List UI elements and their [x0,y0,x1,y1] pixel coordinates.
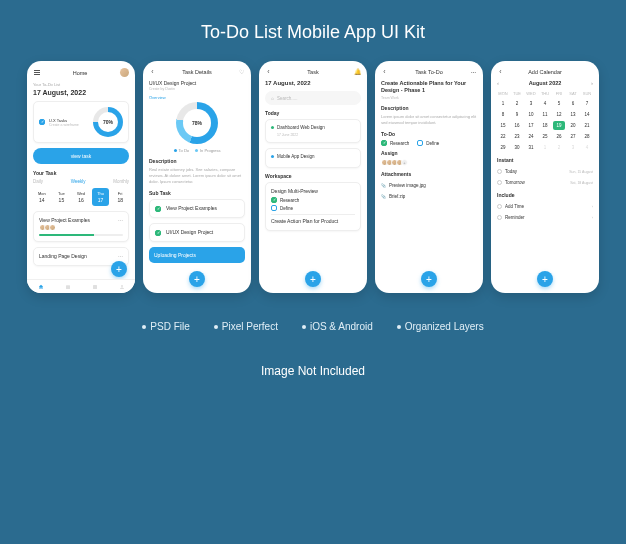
more-icon[interactable]: ⋯ [118,253,123,260]
cal-cell[interactable]: 10 [525,110,537,119]
cal-cell[interactable]: 1 [497,99,509,108]
cal-cell[interactable]: 12 [553,110,565,119]
more-icon[interactable]: ⋯ [470,68,477,75]
nav-calendar-icon[interactable] [65,284,71,290]
cal-cell[interactable]: 28 [581,132,593,141]
checkbox-icon[interactable] [39,119,45,125]
avatar[interactable] [120,68,129,77]
fab-add-button[interactable]: + [421,271,437,287]
task-item[interactable]: Dashboard Web Design 17 June 2022 [265,119,361,143]
workspace-card[interactable]: Design Multi-Preview Research Define Cre… [265,182,361,231]
cal-cell[interactable]: 16 [511,121,523,130]
bell-icon[interactable]: 🔔 [354,68,361,75]
cal-cell[interactable]: 8 [497,110,509,119]
checkbox-icon[interactable] [155,230,161,236]
search-input[interactable]: Search..... [265,91,361,105]
back-icon[interactable]: ‹ [149,68,156,75]
legend: To Do In Progress [149,148,245,153]
checkbox-icon[interactable] [271,197,277,203]
uploading-item[interactable]: Uploading Projects [149,247,245,263]
checkbox-icon[interactable] [155,206,161,212]
subtask-item[interactable]: View Project Examples [149,199,245,218]
instant-today[interactable]: TodaySun, 15 August [497,166,593,177]
cal-cell[interactable]: 22 [497,132,509,141]
back-icon[interactable]: ‹ [381,68,388,75]
checkbox-icon[interactable] [417,140,423,146]
tab-monthly[interactable]: Monthly [113,179,129,184]
checkbox-icon[interactable] [271,205,277,211]
task-item[interactable]: Mobile App Design [265,148,361,168]
cal-cell[interactable]: 3 [567,143,579,152]
status-dot-icon [271,126,274,129]
cal-cell[interactable]: 14 [581,110,593,119]
cal-cell[interactable]: 2 [553,143,565,152]
cal-cell[interactable]: 7 [581,99,593,108]
cal-cell[interactable]: 2 [511,99,523,108]
cal-prev-icon[interactable]: ‹ [497,80,499,86]
more-icon[interactable]: ⋯ [118,217,123,224]
instant-tomorrow[interactable]: TomorrowSat, 18 August [497,177,593,188]
progress-donut: 70% [93,107,123,137]
bell-icon[interactable]: ♡ [238,68,245,75]
radio-icon[interactable] [497,204,502,209]
day-cell[interactable]: Wed16 [72,188,90,206]
cal-cell[interactable]: 5 [553,99,565,108]
cal-cell[interactable]: 9 [511,110,523,119]
subtask-item[interactable]: UI/UX Design Project [149,223,245,242]
cal-cell[interactable]: 21 [581,121,593,130]
day-cell-active[interactable]: Thu17 [92,188,110,206]
todo-item[interactable]: Research [381,140,409,146]
task-card[interactable]: U.X Tasks Create a wireframe 70% [33,101,129,143]
cal-cell[interactable]: 23 [511,132,523,141]
cal-cell[interactable]: 24 [525,132,537,141]
cal-cell[interactable]: 4 [581,143,593,152]
cal-cell[interactable]: 3 [525,99,537,108]
cal-cell[interactable]: 11 [539,110,551,119]
project-card[interactable]: View Project Examples⋯ [33,211,129,242]
include-reminder[interactable]: Reminder› [497,212,593,223]
radio-icon[interactable] [497,169,502,174]
fab-add-button[interactable]: + [111,261,127,277]
cal-cell[interactable]: 20 [567,121,579,130]
cal-cell[interactable]: 30 [511,143,523,152]
back-icon[interactable]: ‹ [497,68,504,75]
screen-title: Task [272,69,354,75]
fab-add-button[interactable]: + [537,271,553,287]
attachment-item[interactable]: Brief.zip [381,191,477,202]
attachment-item[interactable]: Preview image.jpg [381,180,477,191]
cal-cell[interactable]: 1 [539,143,551,152]
radio-icon[interactable] [497,180,502,185]
cal-cell[interactable]: 17 [525,121,537,130]
menu-icon[interactable] [33,69,40,76]
include-time[interactable]: Add Time› [497,201,593,212]
day-cell[interactable]: Fri18 [111,188,129,206]
assignees[interactable]: + [381,159,477,166]
cal-cell[interactable]: 4 [539,99,551,108]
day-cell[interactable]: Tue15 [53,188,71,206]
tab-weekly[interactable]: Weekly [71,179,86,184]
cal-cell[interactable]: 26 [553,132,565,141]
fab-add-button[interactable]: + [189,271,205,287]
back-icon[interactable]: ‹ [265,68,272,75]
cal-cell[interactable]: 6 [567,99,579,108]
cal-cell[interactable]: 25 [539,132,551,141]
fab-add-button[interactable]: + [305,271,321,287]
todo-item[interactable]: Define [417,140,439,146]
cal-cell[interactable]: 18 [539,121,551,130]
checkbox-icon[interactable] [381,140,387,146]
cal-cell[interactable]: 27 [567,132,579,141]
cal-cell[interactable]: 13 [567,110,579,119]
nav-tasks-icon[interactable] [92,284,98,290]
cal-next-icon[interactable]: › [591,80,593,86]
cal-cell[interactable]: 31 [525,143,537,152]
day-cell[interactable]: Mon14 [33,188,51,206]
radio-icon[interactable] [497,215,502,220]
tab-daily[interactable]: Daily [33,179,43,184]
view-task-button[interactable]: view task [33,148,129,164]
cal-cell[interactable]: 29 [497,143,509,152]
cal-cell[interactable]: 19 [553,121,565,130]
nav-home-icon[interactable] [38,284,44,290]
cal-cell[interactable]: 15 [497,121,509,130]
nav-profile-icon[interactable] [119,284,125,290]
screen-task: ‹ Task 🔔 17 August, 2022 Search..... Tod… [259,61,367,293]
